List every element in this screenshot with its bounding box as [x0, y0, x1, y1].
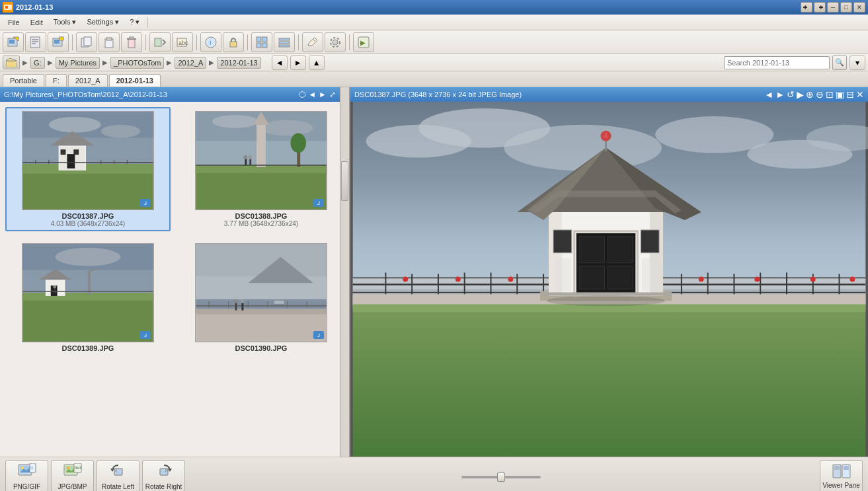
toolbar-paste-btn[interactable] [99, 32, 120, 52]
viewer-header: DSC01387.JPG (3648 x 2736 x 24 bit JPEG … [350, 87, 868, 102]
crumb-g[interactable]: G: [30, 57, 45, 69]
thumbnail-item-1388[interactable]: J DSC01388.JPG 3.77 MB (3648x2736x24) [178, 107, 344, 231]
nav-forward-button[interactable]: ► [290, 56, 306, 70]
toolbar-lock-btn[interactable] [223, 32, 244, 52]
close-button[interactable]: ✕ [853, 2, 865, 13]
png-gif-button[interactable]: G PNG/GIF [5, 460, 48, 492]
svg-point-46 [49, 117, 101, 133]
toolbar-settings-btn[interactable] [325, 32, 346, 52]
svg-rect-18 [84, 37, 91, 46]
crumb-date[interactable]: 2012-01-13 [217, 57, 260, 69]
zoom-slider-thumb[interactable] [497, 472, 505, 482]
rotate-left-button[interactable]: Rotate Left [97, 460, 139, 492]
search-button[interactable]: 🔍 [832, 56, 847, 70]
toolbar-copy-btn[interactable] [76, 32, 97, 52]
tab-2012-01-13[interactable]: 2012-01-13 [109, 74, 161, 87]
app-icon [3, 2, 13, 13]
rotate-right-button[interactable]: Rotate Right [142, 460, 185, 492]
panel-nav-left[interactable]: ◄ [308, 90, 316, 99]
thumb-name-1388: DSC01388.JPG [235, 212, 288, 220]
minimize-button[interactable]: ─ [827, 2, 839, 13]
svg-rect-69 [256, 125, 266, 167]
toolbar: abc i ▶ [0, 30, 868, 54]
menu-file[interactable]: File [3, 17, 25, 28]
toolbar-list-btn[interactable] [274, 32, 295, 52]
menu-tools[interactable]: Tools ▾ [48, 17, 82, 28]
tabbar: Portable F: 2012_A 2012-01-13 [0, 71, 868, 87]
viewer-pane-button[interactable]: Viewer Pane [820, 460, 863, 492]
crumb-photosTom[interactable]: _PHOTOsTom [110, 57, 164, 69]
viewer-sync-button[interactable]: ↺ [787, 89, 795, 100]
nav-forward-icon[interactable] [814, 2, 826, 13]
panel-pin-button[interactable]: ⬡ [299, 90, 305, 99]
viewer-side-by-side-button[interactable]: ⊟ [846, 89, 854, 100]
nav-back-button[interactable]: ◄ [272, 56, 288, 70]
nav-up-button[interactable]: ▲ [309, 56, 325, 70]
svg-point-72 [243, 155, 247, 159]
menu-settings[interactable]: Settings ▾ [81, 17, 124, 28]
svg-point-74 [248, 155, 252, 159]
toolbar-btn-1[interactable] [3, 32, 24, 52]
crumb-my-pictures[interactable]: My Pictures [56, 57, 100, 69]
viewer-fit-button[interactable]: ⊡ [826, 89, 834, 100]
nav-back-icon[interactable] [801, 2, 812, 13]
thumb-name-1389: DSC01389.JPG [62, 344, 114, 352]
viewer-zoom-in-button[interactable]: ⊕ [806, 89, 814, 100]
toolbar-move-btn[interactable] [149, 32, 171, 52]
toolbar-view-btn[interactable] [251, 32, 272, 52]
toolbar-app-btn[interactable]: ▶ [353, 32, 374, 52]
svg-point-146 [699, 277, 704, 282]
window-title: 2012-01-13 [16, 3, 801, 11]
menu-edit[interactable]: Edit [25, 17, 48, 28]
toolbar-edit-btn[interactable] [302, 32, 323, 52]
jpg-bmp-icon: BMP [63, 463, 82, 481]
svg-rect-71 [245, 159, 247, 165]
panel-expand-button[interactable]: ⤢ [329, 90, 336, 99]
viewer-auto-button[interactable]: ▶ [797, 89, 804, 100]
scrollbar-thumb[interactable] [341, 161, 348, 201]
svg-point-147 [754, 277, 760, 282]
svg-rect-33 [262, 43, 267, 48]
svg-rect-73 [249, 159, 251, 165]
crumb-2012a[interactable]: 2012_A [175, 57, 206, 69]
crumb-root[interactable] [3, 56, 20, 69]
toolbar-btn-2[interactable] [25, 32, 46, 52]
zoom-slider[interactable] [461, 476, 541, 478]
toolbar-sep-3 [196, 34, 197, 50]
tab-portable[interactable]: Portable [3, 74, 44, 87]
toolbar-btn-3[interactable] [48, 32, 69, 52]
menu-help[interactable]: ? ▾ [124, 17, 145, 28]
viewer-prev-button[interactable]: ◄ [764, 89, 773, 100]
thumb-name-1390: DSC01390.JPG [235, 344, 288, 352]
svg-rect-108 [274, 301, 284, 304]
svg-text:G: G [30, 466, 34, 470]
svg-point-149 [849, 277, 855, 282]
svg-text:BMP: BMP [75, 466, 82, 470]
viewer-zoom-out-button[interactable]: ⊖ [816, 89, 824, 100]
svg-rect-32 [256, 43, 261, 48]
svg-marker-6 [820, 5, 823, 9]
toolbar-rename-btn[interactable]: abc [172, 32, 193, 52]
search-options-button[interactable]: ▾ [849, 56, 865, 70]
toolbar-delete-btn[interactable] [121, 32, 142, 52]
panel-nav-right[interactable]: ► [319, 90, 327, 99]
search-input[interactable] [724, 56, 830, 69]
viewer-close-button[interactable]: ✕ [856, 89, 864, 100]
toolbar-info-btn[interactable]: i [200, 32, 221, 52]
viewer-grid-button[interactable]: ▣ [836, 89, 844, 100]
thumb-frame-1388: J [195, 111, 327, 210]
svg-rect-55 [73, 149, 79, 155]
thumbnail-item-1389[interactable]: J DSC01389.JPG [5, 239, 171, 356]
tab-f[interactable]: F: [46, 74, 67, 87]
jpg-bmp-button[interactable]: BMP JPG/BMP [51, 460, 94, 492]
thumb-badge-1387: J [140, 199, 151, 207]
thumbnail-item-1387[interactable]: J DSC01387.JPG 4.03 MB (3648x2736x24) [5, 107, 171, 231]
tab-2012a[interactable]: 2012_A [68, 74, 108, 87]
viewer-next-button[interactable]: ► [775, 89, 785, 100]
svg-rect-158 [608, 237, 633, 263]
thumbnail-item-1390[interactable]: J DSC01390.JPG [178, 239, 344, 356]
svg-rect-88 [54, 288, 56, 293]
left-panel-scrollbar[interactable] [340, 87, 349, 457]
breadcrumb: ▶ G: ▶ My Pictures ▶ _PHOTOsTom ▶ 2012_A… [3, 56, 261, 69]
maximize-button[interactable]: □ [840, 2, 852, 13]
